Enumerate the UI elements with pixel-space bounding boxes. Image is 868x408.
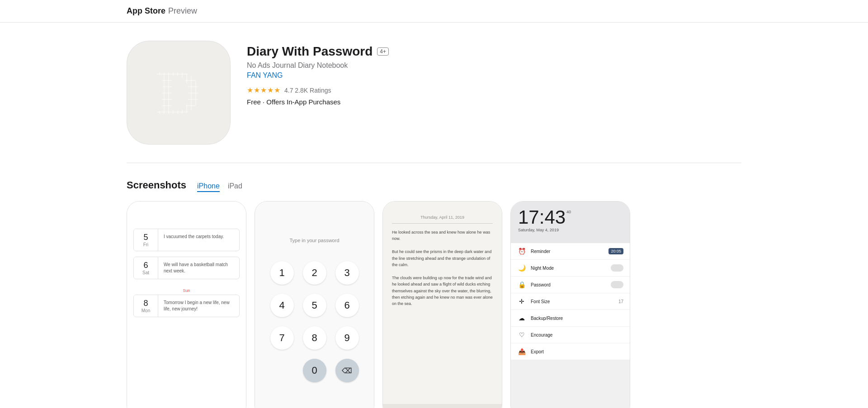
setting-backup[interactable]: ☁ Backup/Restore bbox=[511, 310, 630, 327]
ss4-content: 17:43 40 Saturday, May 4, 2019 ⏰ Reminde… bbox=[511, 202, 630, 408]
ss2-content: Type in your password 1 2 3 4 5 6 7 8 9 … bbox=[255, 202, 374, 408]
numpad-2[interactable]: 2 bbox=[303, 261, 326, 285]
numpad-5[interactable]: 5 bbox=[303, 294, 326, 317]
app-title-row: Diary With Password 4+ bbox=[247, 44, 389, 59]
ss1-content: 5 Fri I vacuumed the carpets today. 6 Sa… bbox=[127, 202, 246, 408]
ss3-content: Thursday, April 11, 2019 He looked acros… bbox=[383, 202, 502, 408]
ss3-diary-text: He looked across the sea and knew how al… bbox=[392, 229, 493, 307]
ss4-time-seconds: 40 bbox=[566, 210, 571, 214]
app-title: Diary With Password bbox=[247, 44, 373, 59]
app-rating: ★★★★★ 4.7 2.8K Ratings bbox=[247, 86, 389, 94]
setting-reminder[interactable]: ⏰ Reminder 20:05 bbox=[511, 243, 630, 260]
ss3-date: Thursday, April 11, 2019 bbox=[392, 215, 493, 224]
ss4-time-main: 17:43 bbox=[518, 208, 566, 227]
ss4-time-row: 17:43 40 bbox=[518, 208, 623, 227]
diary-entry-3: 8 Mon Tomorrow I begin a new life, new l… bbox=[133, 295, 240, 317]
screenshots-header: Screenshots iPhone iPad bbox=[127, 179, 741, 192]
rating-text: 4.7 2.8K Ratings bbox=[284, 87, 331, 94]
encourage-icon: ♡ bbox=[517, 330, 526, 339]
diary-entry-2: 6 Sat We will have a basketball match ne… bbox=[133, 257, 240, 279]
password-label: Password bbox=[531, 282, 606, 287]
ss4-lockscreen: 17:43 40 Saturday, May 4, 2019 bbox=[511, 202, 630, 243]
setting-font-size[interactable]: ✛ Font Size 17 bbox=[511, 293, 630, 310]
header-appstore-label: App Store bbox=[127, 6, 165, 16]
font-size-icon: ✛ bbox=[517, 297, 526, 306]
night-mode-icon: 🌙 bbox=[517, 263, 526, 272]
screenshot-2: Type in your password 1 2 3 4 5 6 7 8 9 … bbox=[255, 201, 374, 408]
export-label: Export bbox=[531, 349, 623, 354]
diary-sun-label: Sun bbox=[127, 285, 246, 295]
numpad-8[interactable]: 8 bbox=[303, 326, 326, 350]
header-preview-label: Preview bbox=[168, 6, 197, 16]
app-icon: D bbox=[127, 41, 231, 145]
screenshots-section: Screenshots iPhone iPad 5 Fri I vacuumed… bbox=[127, 163, 741, 408]
setting-encourage[interactable]: ♡ Encourage bbox=[511, 327, 630, 343]
app-details: Diary With Password 4+ No Ads Journal Di… bbox=[247, 41, 389, 106]
tab-ipad[interactable]: iPad bbox=[228, 182, 242, 192]
setting-night-mode[interactable]: 🌙 Night Mode bbox=[511, 260, 630, 277]
numpad-9[interactable]: 9 bbox=[335, 326, 359, 350]
app-icon-letter: D bbox=[156, 61, 201, 124]
header: App Store Preview bbox=[0, 0, 868, 23]
setting-password[interactable]: 🔒 Password bbox=[511, 277, 630, 293]
numpad-6[interactable]: 6 bbox=[335, 294, 359, 317]
numpad-back[interactable]: ⌫ bbox=[335, 359, 359, 382]
star-icons: ★★★★★ bbox=[247, 86, 281, 94]
numpad-7[interactable]: 7 bbox=[270, 326, 294, 350]
screenshots-row: 5 Fri I vacuumed the carpets today. 6 Sa… bbox=[127, 201, 741, 408]
screenshot-1: 5 Fri I vacuumed the carpets today. 6 Sa… bbox=[127, 201, 246, 408]
ss4-date: Saturday, May 4, 2019 bbox=[518, 228, 623, 232]
reminder-icon: ⏰ bbox=[517, 247, 526, 256]
night-mode-toggle[interactable] bbox=[611, 264, 623, 272]
numpad-1[interactable]: 1 bbox=[270, 261, 294, 285]
tab-iphone[interactable]: iPhone bbox=[197, 182, 220, 192]
ss4-settings-list: ⏰ Reminder 20:05 🌙 Night Mode 🔒 Password bbox=[511, 243, 630, 360]
screenshot-3: Thursday, April 11, 2019 He looked acros… bbox=[382, 201, 502, 408]
ss3-toolbar: I The I'm ✓ ☆ ⏱ bbox=[383, 404, 502, 408]
encourage-label: Encourage bbox=[531, 333, 623, 338]
app-subtitle: No Ads Journal Diary Notebook bbox=[247, 61, 389, 70]
diary-entry-1: 5 Fri I vacuumed the carpets today. bbox=[133, 229, 240, 251]
password-prompt: Type in your password bbox=[289, 238, 339, 243]
screenshots-title: Screenshots bbox=[127, 179, 186, 191]
night-mode-label: Night Mode bbox=[531, 266, 606, 271]
password-toggle[interactable] bbox=[611, 281, 623, 288]
device-tabs: iPhone iPad bbox=[197, 182, 242, 192]
app-developer[interactable]: FAN YANG bbox=[247, 71, 389, 80]
export-icon: 📤 bbox=[517, 347, 526, 356]
backup-label: Backup/Restore bbox=[531, 316, 623, 321]
age-rating-badge: 4+ bbox=[377, 47, 389, 56]
diary-date-5: 5 Fri bbox=[134, 229, 158, 251]
password-icon: 🔒 bbox=[517, 280, 526, 289]
diary-date-8: 8 Mon bbox=[134, 295, 158, 317]
numpad-0[interactable]: 0 bbox=[303, 359, 326, 382]
app-price: Free · Offers In-App Purchases bbox=[247, 98, 389, 106]
numpad-3[interactable]: 3 bbox=[335, 261, 359, 285]
font-size-value: 17 bbox=[618, 299, 623, 304]
reminder-value: 20:05 bbox=[609, 248, 623, 254]
numpad-4[interactable]: 4 bbox=[270, 294, 294, 317]
backup-icon: ☁ bbox=[517, 314, 526, 323]
font-size-label: Font Size bbox=[531, 299, 614, 304]
screenshot-4: 17:43 40 Saturday, May 4, 2019 ⏰ Reminde… bbox=[510, 201, 630, 408]
main-content: D Diary With Password 4+ No Ads Journal … bbox=[0, 23, 868, 408]
reminder-label: Reminder bbox=[531, 249, 604, 254]
app-info-section: D Diary With Password 4+ No Ads Journal … bbox=[127, 41, 741, 163]
diary-date-6: 6 Sat bbox=[134, 257, 158, 279]
numpad: 1 2 3 4 5 6 7 8 9 0 ⌫ bbox=[261, 261, 368, 382]
setting-export[interactable]: 📤 Export bbox=[511, 343, 630, 360]
